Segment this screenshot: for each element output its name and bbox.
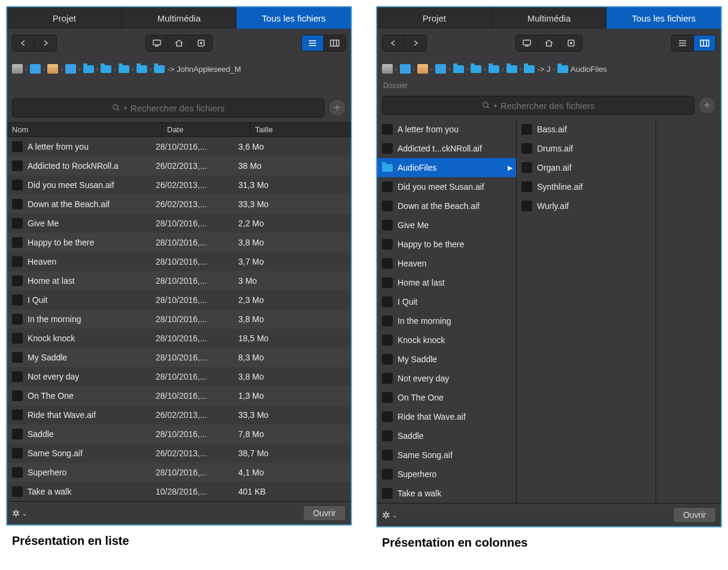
tab-tous-fichiers[interactable]: Tous les fichiers bbox=[606, 7, 721, 29]
list-item[interactable]: Drums.aif bbox=[517, 139, 656, 158]
chevron-down-icon: ⌄ bbox=[392, 512, 397, 519]
add-button[interactable]: + bbox=[698, 96, 716, 114]
chevron-down-icon: ⌄ bbox=[22, 510, 27, 517]
table-row[interactable]: Home at last28/10/2016,...3 Mo bbox=[7, 271, 351, 290]
forward-button[interactable] bbox=[405, 35, 426, 51]
file-icon bbox=[521, 124, 532, 135]
table-row[interactable]: Give Me28/10/2016,...2,2 Mo bbox=[7, 214, 351, 233]
home-button[interactable] bbox=[538, 35, 560, 51]
list-item[interactable]: Heaven bbox=[377, 254, 516, 273]
tab-multimedia[interactable]: Multimédia bbox=[122, 7, 237, 29]
back-button[interactable] bbox=[383, 35, 405, 51]
file-icon bbox=[382, 220, 393, 231]
tab-multimedia[interactable]: Multimédia bbox=[492, 7, 607, 29]
column-view-button[interactable] bbox=[694, 35, 715, 51]
breadcrumb[interactable]: › › › › › › › › -> J› AudioFiles bbox=[377, 57, 721, 80]
item-name: Bass.aif bbox=[537, 125, 652, 134]
list-item[interactable]: Home at last bbox=[377, 273, 516, 292]
item-name: Same Song.aif bbox=[398, 450, 512, 460]
list-item[interactable]: Bass.aif bbox=[517, 120, 656, 139]
action-menu[interactable]: ✲⌄ bbox=[382, 510, 397, 521]
table-row[interactable]: Did you meet Susan.aif26/02/2013,...31,3… bbox=[7, 175, 351, 195]
item-name: Wurly.aif bbox=[537, 201, 652, 211]
computer-button[interactable] bbox=[146, 35, 168, 51]
list-item[interactable]: Superhero bbox=[377, 465, 516, 484]
tab-projet[interactable]: Projet bbox=[377, 7, 492, 29]
table-row[interactable]: I Quit28/10/2016,...2,3 Mo bbox=[7, 290, 351, 310]
list-item[interactable]: In the morning bbox=[377, 311, 516, 331]
list-item[interactable]: Wurly.aif bbox=[517, 196, 656, 216]
table-row[interactable]: Ride that Wave.aif26/02/2013,...33,3 Mo bbox=[7, 405, 351, 425]
table-row[interactable]: Superhero28/10/2016,...4,1 Mo bbox=[7, 463, 351, 482]
table-row[interactable]: My Saddle28/10/2016,...8,3 Mo bbox=[7, 348, 351, 367]
column-pane-2[interactable]: Bass.aifDrums.aifOrgan.aifSynthline.aifW… bbox=[517, 120, 656, 503]
action-menu[interactable]: ✲⌄ bbox=[12, 508, 27, 519]
table-row[interactable]: Same Song.aif26/02/2013,...38,7 Mo bbox=[7, 444, 351, 463]
list-item[interactable]: Synthline.aif bbox=[517, 177, 656, 196]
list-item[interactable]: I Quit bbox=[377, 292, 516, 311]
open-button[interactable]: Ouvrir bbox=[303, 505, 346, 521]
table-row[interactable]: Take a walk10/28/2016,...401 KB bbox=[7, 482, 351, 501]
column-view-button[interactable] bbox=[324, 35, 345, 51]
list-item[interactable]: A letter from you bbox=[377, 120, 516, 139]
column-pane-1[interactable]: A letter from youAddicted t...ckNRoll.ai… bbox=[377, 120, 517, 503]
breadcrumb[interactable]: › › › › › › › › -> JohnAppleseed_M bbox=[7, 57, 351, 80]
file-icon bbox=[382, 373, 393, 384]
table-row[interactable]: On The One28/10/2016,...1,3 Mo bbox=[7, 386, 351, 405]
project-button[interactable] bbox=[560, 35, 582, 51]
list-item[interactable]: Down at the Beach.aif bbox=[377, 196, 516, 216]
project-button[interactable] bbox=[190, 35, 212, 51]
table-row[interactable]: Happy to be there28/10/2016,...3,8 Mo bbox=[7, 233, 351, 252]
list-item[interactable]: Ride that Wave.aif bbox=[377, 407, 516, 426]
table-row[interactable]: Not every day28/10/2016,...3,8 Mo bbox=[7, 367, 351, 386]
file-name: Addicted to RockNRoll.a bbox=[28, 161, 151, 171]
file-size: 33,3 Mo bbox=[233, 410, 351, 420]
list-item[interactable]: AudioFiles▶ bbox=[377, 158, 516, 177]
forward-button[interactable] bbox=[35, 35, 56, 51]
add-button[interactable]: + bbox=[328, 99, 346, 117]
folder-crumb-icon bbox=[557, 65, 568, 73]
item-name: Happy to be there bbox=[398, 239, 512, 249]
caption-column-view: Présentation en colonnes bbox=[382, 536, 722, 550]
file-date: 26/02/2013,... bbox=[151, 180, 233, 190]
table-row[interactable]: Down at the Beach.aif26/02/2013,...33,3 … bbox=[7, 195, 351, 214]
column-browser[interactable]: A letter from youAddicted t...ckNRoll.ai… bbox=[377, 120, 721, 503]
list-item[interactable]: Take a walk bbox=[377, 484, 516, 503]
file-icon bbox=[382, 335, 393, 345]
search-input[interactable]: ▾ Rechercher des fichiers bbox=[12, 98, 324, 117]
list-item[interactable]: Addicted t...ckNRoll.aif bbox=[377, 139, 516, 158]
table-row[interactable]: Knock knock28/10/2016,...18,5 Mo bbox=[7, 329, 351, 348]
table-row[interactable]: In the morning28/10/2016,...3,8 Mo bbox=[7, 310, 351, 329]
list-item[interactable]: My Saddle bbox=[377, 350, 516, 369]
list-item[interactable]: On The One bbox=[377, 388, 516, 407]
list-item[interactable]: Give Me bbox=[377, 216, 516, 235]
list-view-button[interactable] bbox=[672, 35, 694, 51]
search-input[interactable]: ▾ Rechercher des fichiers bbox=[382, 96, 694, 115]
column-header-size[interactable]: Taille bbox=[250, 123, 351, 137]
file-icon bbox=[12, 352, 23, 363]
table-row[interactable]: Saddle28/10/2016,...7,8 Mo bbox=[7, 425, 351, 444]
file-icon bbox=[382, 488, 393, 499]
home-button[interactable] bbox=[168, 35, 190, 51]
table-row[interactable]: Addicted to RockNRoll.a26/02/2013,...38 … bbox=[7, 156, 351, 175]
column-pane-3[interactable] bbox=[656, 120, 721, 503]
column-header-name[interactable]: Nom bbox=[7, 123, 162, 137]
tab-tous-fichiers[interactable]: Tous les fichiers bbox=[236, 7, 351, 29]
list-item[interactable]: Not every day bbox=[377, 369, 516, 388]
file-name: My Saddle bbox=[28, 353, 151, 362]
tab-projet[interactable]: Projet bbox=[7, 7, 122, 29]
open-button[interactable]: Ouvrir bbox=[673, 507, 716, 523]
table-row[interactable]: Heaven28/10/2016,...3,7 Mo bbox=[7, 252, 351, 271]
computer-button[interactable] bbox=[516, 35, 538, 51]
list-item[interactable]: Same Song.aif bbox=[377, 445, 516, 465]
list-item[interactable]: Organ.aif bbox=[517, 158, 656, 177]
list-view-button[interactable] bbox=[302, 35, 324, 51]
column-header-date[interactable]: Date bbox=[162, 123, 250, 137]
file-list[interactable]: A letter from you28/10/2016,...3,6 MoAdd… bbox=[7, 137, 351, 501]
list-item[interactable]: Did you meet Susan.aif bbox=[377, 177, 516, 196]
list-item[interactable]: Knock knock bbox=[377, 331, 516, 350]
table-row[interactable]: A letter from you28/10/2016,...3,6 Mo bbox=[7, 137, 351, 156]
list-item[interactable]: Happy to be there bbox=[377, 235, 516, 254]
back-button[interactable] bbox=[13, 35, 35, 51]
list-item[interactable]: Saddle bbox=[377, 426, 516, 445]
